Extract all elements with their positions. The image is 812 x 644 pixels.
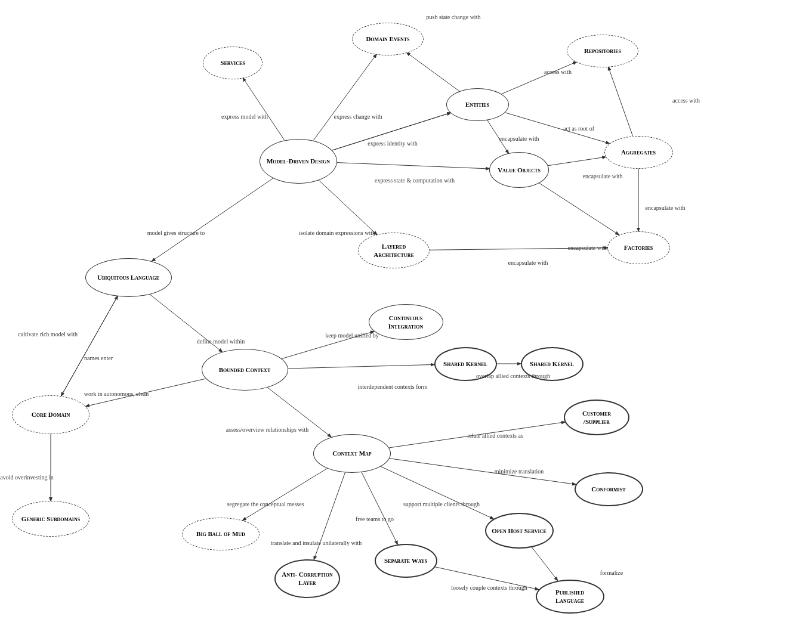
node-aggregates: Aggregates (604, 136, 673, 169)
edge-label-ubiquitous-language-bounded-context: define model within (197, 338, 245, 345)
edge-label-model-driven-design-domain-events: express change with (334, 113, 382, 120)
edge-label-layered-architecture-factories: encapsulate with (508, 259, 548, 267)
node-label-anti-corruption-layer: Anti- Corruption Layer (280, 570, 334, 587)
edge-label-context-map-customer-supplier: relate allied contexts as (467, 432, 523, 439)
node-label-layered-architecture: Layered Architecture (363, 242, 424, 259)
node-factories: Factories (607, 231, 670, 264)
node-label-aggregates: Aggregates (621, 148, 656, 156)
node-label-big-ball-of-mud: Big Ball of Mud (196, 530, 245, 538)
edge-label-model-driven-design-entities: express identity with (368, 140, 417, 147)
node-domain-events: Domain Events (352, 23, 424, 55)
node-label-context-map: Context Map (332, 449, 372, 457)
node-label-model-driven-design: Model-Driven Design (267, 157, 330, 165)
node-label-generic-subdomains: Generic Subdomains (21, 515, 80, 523)
edge-label-context-map-big-ball-of-mud: segregate the conceptual messes (227, 500, 304, 508)
edge-label-context-map-conformist: minimize translation (495, 467, 544, 475)
edge-label-bounded-context-continuous-integration: keep model unified by (325, 332, 379, 339)
node-label-core-domain: Core Domain (32, 410, 70, 419)
node-label-separate-ways: Separate Ways (384, 556, 427, 565)
edge-label-model-driven-design-services: express model with (221, 113, 268, 120)
node-label-factories: Factories (624, 243, 653, 252)
node-label-shared-kernel-1: Shared Kernel (443, 360, 487, 368)
node-published-language: Published Language (536, 580, 604, 614)
edge-label-ubiquitous-language-core-domain: names enter (84, 354, 113, 362)
edge-label-bounded-context-shared-kernel-1: interdependent contexts form (357, 383, 427, 391)
edge-label-context-map-separate-ways: free teams to go (356, 515, 394, 523)
edge-label-entities-aggregates: act as root of (563, 125, 594, 132)
edge-label-value-objects-aggregates: encapsulate with (583, 172, 623, 180)
edge-label-entities-value-objects: encapsulate with (499, 135, 539, 143)
node-services: Services (203, 47, 263, 79)
node-label-conformist: Conformist (591, 485, 625, 493)
edge-label-bounded-context-core-domain: work in autonomous, clean (84, 390, 149, 398)
node-continuous-integration: Continuous Integration (369, 304, 443, 340)
node-label-value-objects: Value Objects (498, 166, 541, 174)
node-context-map: Context Map (313, 434, 391, 473)
node-customer-supplier: Customer /Supplier (564, 400, 629, 435)
node-layered-architecture: Layered Architecture (358, 233, 430, 268)
edge-label-entities-domain-events: push state change with (427, 13, 481, 21)
node-label-services: Services (220, 58, 245, 67)
node-shared-kernel-1: Shared Kernel (434, 347, 497, 381)
edge-label-model-driven-design-ubiquitous-language: model gives structure to (147, 229, 205, 237)
edge-label-separate-ways-published-language: loosely couple contexts through (451, 584, 527, 592)
node-open-host-service: Open Host Service (485, 513, 554, 549)
node-ubiquitous-language: Ubiquitous Language (85, 258, 172, 297)
edge-label-bounded-context-context-map: assess/overview relationships with (226, 426, 308, 434)
node-generic-subdomains: Generic Subdomains (12, 501, 89, 537)
edge-label-context-map-open-host-service: support multiple clients through (403, 500, 480, 508)
node-label-bounded-context: Bounded Context (219, 366, 270, 374)
node-model-driven-design: Model-Driven Design (260, 139, 337, 184)
edge-label-aggregates-factories: encapsulate with (646, 204, 686, 212)
node-repositories: Repositories (567, 35, 638, 67)
node-shared-kernel-2: Shared Kernel (521, 347, 583, 381)
edge-label-core-domain-generic-subdomains: avoid overinvesting in (0, 473, 53, 481)
node-bounded-context: Bounded Context (202, 349, 288, 391)
node-anti-corruption-layer: Anti- Corruption Layer (274, 559, 340, 598)
diagram: Model-Driven DesignServicesDomain Events… (0, 0, 812, 644)
edge-label-open-host-service-published-language: formalize (600, 569, 623, 577)
edge-label-model-driven-design-layered-architecture: isolate domain expressions with (299, 229, 375, 237)
edge-label-context-map-anti-corruption-layer: translate and insulate unilaterally with (271, 539, 362, 547)
edge-label-core-domain-ubiquitous-language: cultivate rich model with (18, 330, 78, 338)
node-label-ubiquitous-language: Ubiquitous Language (97, 273, 159, 281)
node-label-published-language: Published Language (542, 588, 598, 605)
node-label-continuous-integration: Continuous Integration (374, 314, 438, 331)
node-label-shared-kernel-2: Shared Kernel (530, 360, 574, 368)
edge-label-aggregates-repositories: access with (672, 97, 700, 104)
node-separate-ways: Separate Ways (375, 544, 437, 578)
node-label-customer-supplier: Customer /Supplier (570, 409, 623, 426)
node-big-ball-of-mud: Big Ball of Mud (182, 518, 260, 550)
node-conformist: Conformist (575, 472, 643, 506)
node-value-objects: Value Objects (489, 152, 549, 188)
node-label-domain-events: Domain Events (366, 35, 409, 43)
edge-label-entities-repositories: access with (544, 68, 572, 76)
node-label-repositories: Repositories (584, 47, 621, 55)
node-core-domain: Core Domain (12, 395, 89, 434)
edge-label-value-objects-factories: encapsulate with (568, 244, 608, 252)
node-entities: Entities (446, 88, 509, 121)
node-label-open-host-service: Open Host Service (492, 527, 547, 535)
edge-label-model-driven-design-value-objects: express state & computation with (375, 177, 455, 184)
node-label-entities: Entities (465, 100, 489, 109)
